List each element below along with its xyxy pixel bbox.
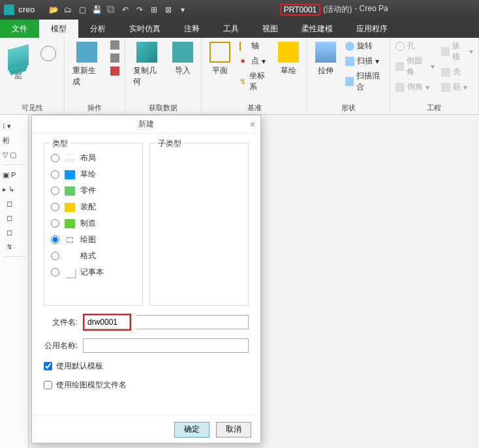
new-icon[interactable]: 🗂 xyxy=(62,4,74,16)
tab-flex[interactable]: 柔性建模 xyxy=(290,20,345,38)
tab-file[interactable]: 文件 xyxy=(0,20,39,38)
type-label-format: 格式 xyxy=(80,250,96,261)
close-icon[interactable]: × xyxy=(250,119,255,130)
type-label-notebook: 记事本 xyxy=(80,267,104,278)
round-button[interactable]: 倒圆角 ▾ xyxy=(395,55,435,78)
revolve-button[interactable]: 旋转 xyxy=(345,40,384,52)
drawing-model-filename-checkbox[interactable] xyxy=(44,381,52,389)
mfg-icon xyxy=(65,219,75,228)
rib-label: 筋 xyxy=(453,82,461,93)
type-format[interactable]: 格式 xyxy=(50,248,137,264)
type-sketch[interactable]: 草绘 xyxy=(50,166,137,183)
round-label: 倒圆角 xyxy=(407,55,428,78)
import-button[interactable]: 导入 xyxy=(170,40,196,78)
cancel-button[interactable]: 取消 xyxy=(216,422,251,438)
point-button[interactable]: ✶点 ▾ xyxy=(240,55,270,67)
copygeom-label: 复制几何 xyxy=(133,65,161,87)
sweep-button[interactable]: 扫描 ▾ xyxy=(345,55,384,67)
undo-icon[interactable]: ↶ xyxy=(119,4,131,16)
tab-analysis[interactable]: 分析 xyxy=(78,20,117,38)
window-title: PRT0001 (活动的) - Creo Pa xyxy=(189,4,479,16)
draft-button[interactable]: 拔模 ▾ xyxy=(441,40,473,63)
close-doc-icon[interactable]: ⊠ xyxy=(162,4,174,16)
hole-button[interactable]: 孔 xyxy=(395,40,435,52)
copygeom-icon xyxy=(136,42,157,63)
saveall-icon[interactable]: ⿻ xyxy=(105,4,117,16)
extrude-icon xyxy=(315,42,336,63)
tab-realtime[interactable]: 实时仿真 xyxy=(117,20,172,38)
windows-icon[interactable]: ⊞ xyxy=(148,4,160,16)
type-mfg[interactable]: 制造 xyxy=(50,215,137,231)
paste-icon[interactable] xyxy=(110,53,119,63)
format-icon xyxy=(65,252,75,261)
type-layout[interactable]: 布局 xyxy=(50,150,137,166)
default-template-label: 使用默认模板 xyxy=(56,361,103,372)
type-asm[interactable]: 装配 xyxy=(50,199,137,215)
active-doc-name: PRT0001 xyxy=(280,4,320,16)
tree-item-part[interactable]: ▣ P xyxy=(3,168,25,182)
type-notebook[interactable]: 记事本 xyxy=(50,264,137,280)
redo-icon[interactable]: ↷ xyxy=(134,4,146,16)
doc-icon[interactable]: ▢ xyxy=(76,4,88,16)
doc-status: (活动的) xyxy=(323,4,352,16)
type-legend: 类型 xyxy=(50,138,70,149)
extrude-button[interactable]: 拉伸 xyxy=(313,40,339,78)
tree-item-4[interactable]: ◻ xyxy=(3,225,25,239)
draft-label: 拔模 xyxy=(452,40,467,63)
tab-view[interactable]: 视图 xyxy=(251,20,290,38)
tree-toolbar[interactable]: ⁞ ▾ xyxy=(3,119,25,133)
default-template-checkbox[interactable] xyxy=(44,362,52,370)
filename-input-tail[interactable] xyxy=(136,315,249,329)
tab-model[interactable]: 模型 xyxy=(39,20,78,38)
type-label-asm: 装配 xyxy=(80,202,96,213)
tree-header: 桁 xyxy=(3,133,25,147)
eye-button[interactable] xyxy=(38,40,59,63)
ribbon-tabs: 文件 模型 分析 实时仿真 注释 工具 视图 柔性建模 应用程序 xyxy=(0,20,479,38)
use-drawing-model-filename[interactable]: 使用绘图模型文件名 xyxy=(44,380,249,391)
tab-tools[interactable]: 工具 xyxy=(211,20,251,38)
model-tree-panel: ⁞ ▾ 桁 ▽ ▢ ▣ P ▸ ↳ ◻ ◻ ◻ ↯ xyxy=(0,115,29,448)
group-label-shapes[interactable]: 形状 xyxy=(313,102,384,113)
use-default-template[interactable]: 使用默认模板 xyxy=(44,361,249,372)
qat-dropdown-icon[interactable]: ▾ xyxy=(177,4,189,16)
rib-button[interactable]: 筋 ▾ xyxy=(441,82,473,93)
tree-item-5[interactable]: ↯ xyxy=(3,239,25,254)
plane-button[interactable]: 平面 xyxy=(207,40,233,78)
chamfer-button[interactable]: 倒角 ▾ xyxy=(395,82,435,93)
layers-icon xyxy=(8,44,29,71)
sketch-type-icon xyxy=(65,170,75,179)
regen-button[interactable]: 重新生成 xyxy=(70,40,104,89)
brand-text: creo xyxy=(18,5,35,14)
type-label-layout: 布局 xyxy=(80,153,96,164)
sketch-icon xyxy=(278,42,299,63)
open-icon[interactable]: 📂 xyxy=(48,4,59,16)
save-icon[interactable]: 💾 xyxy=(91,4,102,16)
group-label-datum[interactable]: 基准 xyxy=(207,102,302,113)
delete-icon[interactable] xyxy=(110,67,119,76)
tab-apps[interactable]: 应用程序 xyxy=(345,20,399,38)
type-part[interactable]: 零件 xyxy=(50,183,137,199)
group-label-operate[interactable]: 操作 xyxy=(70,102,119,113)
tree-item-2[interactable]: ◻ xyxy=(3,196,25,211)
tab-annotate[interactable]: 注释 xyxy=(172,20,211,38)
copy-icon[interactable] xyxy=(110,40,119,50)
sketch-button[interactable]: 草绘 xyxy=(275,40,301,78)
copygeom-button[interactable]: 复制几何 xyxy=(131,40,163,89)
group-label-engineering[interactable]: 工程 xyxy=(395,102,473,113)
commonname-input[interactable] xyxy=(83,338,249,353)
tree-item-3[interactable]: ◻ xyxy=(3,211,25,225)
tree-item-1[interactable]: ▸ ↳ xyxy=(3,182,25,196)
csys-button[interactable]: ↯坐标系 xyxy=(240,70,270,93)
filename-label: 文件名: xyxy=(44,317,78,328)
dialog-title-text: 新建 xyxy=(138,119,154,130)
type-drawing[interactable]: 绘图 xyxy=(50,231,137,248)
layers-button[interactable]: 层 xyxy=(5,40,31,83)
drawing-model-filename-label: 使用绘图模型文件名 xyxy=(56,380,127,391)
ok-button[interactable]: 确定 xyxy=(174,422,209,438)
shell-button[interactable]: 壳 xyxy=(441,67,473,78)
blend-button[interactable]: 扫描混合 xyxy=(345,70,384,93)
group-label-getdata[interactable]: 获取数据 xyxy=(131,102,196,113)
axis-button[interactable]: 轴 xyxy=(240,40,270,52)
filename-input[interactable] xyxy=(84,315,130,329)
tree-filter[interactable]: ▽ ▢ xyxy=(3,147,25,162)
